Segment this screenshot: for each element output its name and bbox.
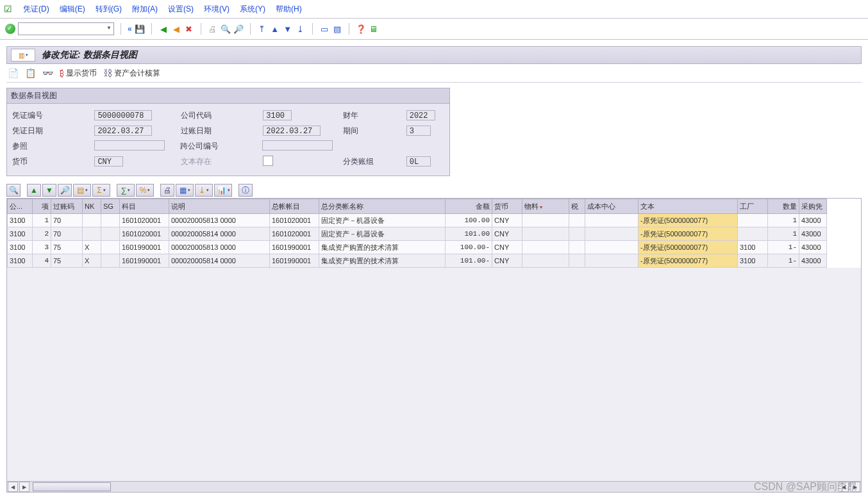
column-header-desc[interactable]: 说明 [169, 199, 270, 214]
company-code-field[interactable]: 3100 [263, 110, 292, 120]
menu-extras[interactable]: 附加(A) [127, 4, 163, 15]
column-header-pkey[interactable]: 过账码 [51, 199, 83, 214]
menu-system[interactable]: 系统(Y) [235, 4, 271, 15]
menu-settings[interactable]: 设置(S) [163, 4, 199, 15]
cell-desc: 000020005813 0000 [169, 214, 270, 227]
scroll-thumb[interactable] [33, 482, 111, 491]
next-page-icon[interactable]: ▼ [283, 24, 293, 34]
ledger-group-label: 分类账组 [333, 156, 406, 167]
column-header-plant[interactable]: 工厂 [738, 199, 768, 214]
collapse-icon[interactable]: « [128, 24, 132, 33]
alv-info-icon[interactable]: ⓘ [238, 184, 253, 197]
column-header-sg[interactable]: SG [101, 199, 120, 214]
prev-page-icon[interactable]: ▲ [270, 24, 280, 34]
table-row[interactable]: 31001701601020001000020005813 0000160102… [8, 214, 827, 227]
scroll-left2-icon[interactable]: ◀ [839, 482, 849, 492]
menu-goto[interactable]: 转到(G) [90, 4, 127, 15]
help-icon[interactable]: ❓ [356, 24, 366, 34]
menu-environment[interactable]: 环境(V) [199, 4, 235, 15]
title-tree-icon[interactable]: ▥▾ [11, 49, 35, 61]
back-icon[interactable]: ◀ [158, 24, 169, 34]
first-page-icon[interactable]: ⤒ [257, 24, 267, 34]
toolbar-separator [121, 23, 121, 35]
doc-number-label: 凭证编号 [12, 110, 94, 121]
cell-curr: CNY [492, 214, 522, 227]
posting-date-field[interactable]: 2022.03.27 [263, 126, 321, 136]
column-header-account[interactable]: 科目 [120, 199, 169, 214]
scroll-left-icon[interactable]: ◀ [8, 482, 18, 492]
table-row[interactable]: 31002701601020001000020005814 0000160102… [8, 227, 827, 241]
display-currency-button[interactable]: ₿ 显示货币 [60, 68, 97, 79]
column-header-gl[interactable]: 总帐帐目 [270, 199, 319, 214]
cell-tax [569, 214, 585, 227]
column-header-glname[interactable]: 总分类帐名称 [319, 199, 446, 214]
column-header-po[interactable]: 采购凭 [799, 199, 827, 214]
column-header-tax[interactable]: 税 [569, 199, 585, 214]
alv-export-icon[interactable]: ⤓▾ [195, 184, 213, 197]
cell-pkey: 70 [51, 214, 83, 227]
doc-date-field[interactable]: 2022.03.27 [94, 126, 152, 136]
scroll-right2-icon[interactable]: ▶ [850, 482, 860, 492]
column-header-amount[interactable]: 金额 [446, 199, 492, 214]
cell-co: 3100 [8, 241, 33, 254]
ledger-group-field[interactable]: 0L [406, 156, 431, 167]
doc-number-field[interactable]: 5000000078 [94, 110, 152, 120]
alv-view-icon[interactable]: ▦▾ [176, 184, 194, 197]
alv-subtotals-icon[interactable]: ∑▾ [117, 184, 135, 197]
other-doc-icon[interactable]: 📄 [8, 68, 19, 78]
menu-edit[interactable]: 编辑(E) [54, 4, 90, 15]
period-field[interactable]: 3 [406, 126, 431, 136]
table-row[interactable]: 3100475X1601990001000020005814 000016019… [8, 254, 827, 268]
print-preview-icon[interactable]: 👓 [42, 68, 53, 78]
enter-icon[interactable] [5, 24, 15, 34]
cancel-icon[interactable]: ✖ [184, 24, 194, 34]
reference-field[interactable] [94, 140, 165, 151]
menu-document[interactable]: 凭证(D) [18, 4, 54, 15]
column-header-material[interactable]: 物料 [522, 199, 569, 214]
column-header-curr[interactable]: 货币 [492, 199, 522, 214]
alv-layout-icon[interactable]: 📊▾ [214, 184, 232, 197]
cell-pkey: 75 [51, 254, 83, 268]
header-group-title: 数据条目视图 [7, 88, 449, 104]
command-dropdown-icon[interactable]: ▼ [106, 25, 112, 31]
asset-accounting-button[interactable]: ⛓ 资产会计核算 [103, 68, 160, 79]
cell-po: 43000 [799, 227, 827, 241]
cell-sg [101, 214, 120, 227]
alv-sort-desc-icon[interactable]: ▼ [42, 184, 56, 197]
last-page-icon[interactable]: ⤓ [296, 24, 306, 34]
text-exists-checkbox[interactable] [263, 156, 273, 166]
column-header-qty[interactable]: 数量 [768, 199, 799, 214]
column-header-nk[interactable]: NK [83, 199, 101, 214]
column-header-cc[interactable]: 成本中心 [585, 199, 638, 214]
local-layout-icon[interactable]: 🖥 [369, 24, 379, 34]
alv-expand-icon[interactable]: %▾ [136, 184, 154, 197]
alv-find-icon[interactable]: 🔎 [58, 184, 72, 197]
horizontal-scrollbar[interactable]: ◀ ▶ ◀ ▶ [7, 481, 861, 492]
column-header-text[interactable]: 文本 [638, 199, 738, 214]
exit-icon[interactable]: ◀ [171, 24, 181, 34]
new-session-icon[interactable]: ▭ [319, 24, 330, 34]
column-header-co[interactable]: 公... [8, 199, 33, 214]
alv-details-icon[interactable]: 🔍 [6, 184, 21, 197]
session-menu-icon[interactable]: ☑ [4, 4, 15, 14]
alv-total-icon[interactable]: Σ▾ [92, 184, 110, 197]
scroll-track[interactable] [30, 482, 838, 491]
cell-material [522, 227, 569, 241]
crosscompany-field[interactable] [262, 140, 333, 151]
alv-sort-asc-icon[interactable]: ▲ [27, 184, 41, 197]
display-header-icon[interactable]: 📋 [25, 68, 36, 78]
table-row[interactable]: 3100375X1601990001000020005813 000016019… [8, 241, 827, 254]
fiscal-year-field[interactable]: 2022 [406, 110, 435, 120]
column-header-item[interactable]: 项 [33, 199, 51, 214]
shortcut-icon[interactable]: ▧ [332, 24, 342, 34]
command-field[interactable] [18, 22, 114, 35]
save-icon[interactable]: 💾 [135, 24, 145, 34]
menu-help[interactable]: 帮助(H) [271, 4, 307, 15]
cell-curr: CNY [492, 254, 522, 268]
alv-filter-icon[interactable]: ▤▾ [73, 184, 91, 197]
scroll-right-icon[interactable]: ▶ [19, 482, 29, 492]
currency-field[interactable]: CNY [94, 156, 123, 167]
application-toolbar: 📄 📋 👓 ₿ 显示货币 ⛓ 资产会计核算 [6, 64, 862, 83]
toolbar-separator [250, 23, 251, 35]
alv-print-icon[interactable]: 🖨 [160, 184, 174, 197]
